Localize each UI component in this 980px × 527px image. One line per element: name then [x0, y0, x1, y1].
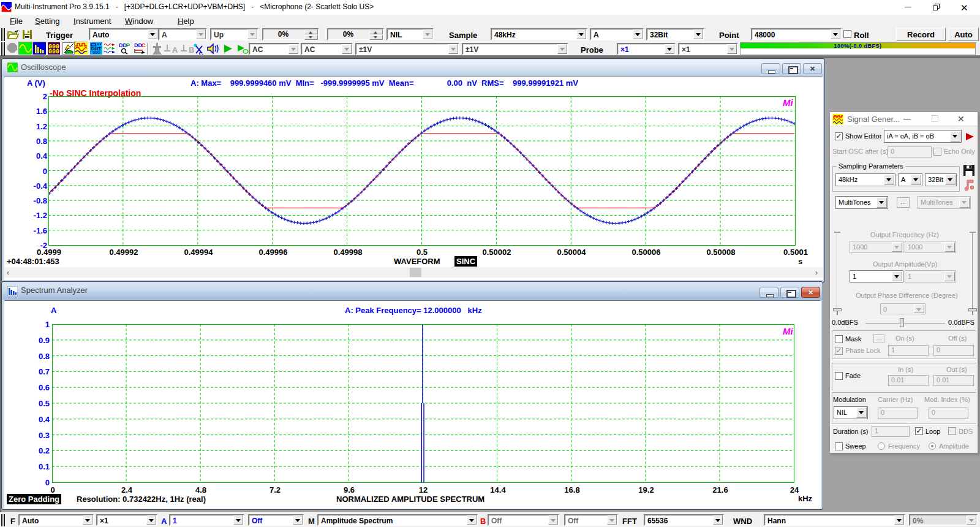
svg-text:A: A — [172, 45, 178, 54]
svg-text:000: 000 — [48, 48, 59, 55]
svg-text:P: P — [126, 42, 130, 48]
svg-text:C: C — [141, 42, 146, 48]
svg-text:000: 000 — [92, 50, 100, 55]
